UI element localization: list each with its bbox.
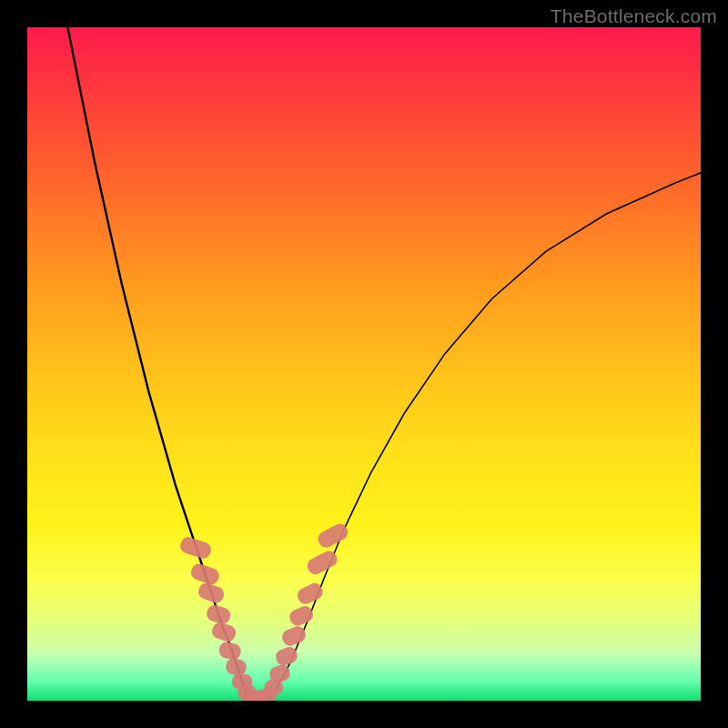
- chart-svg: [27, 27, 701, 701]
- bead-marker: [189, 561, 221, 586]
- chart-frame: TheBottleneck.com: [0, 0, 728, 728]
- curve-v-curve-right: [269, 173, 701, 698]
- bead-marker: [210, 621, 238, 643]
- watermark-text: TheBottleneck.com: [551, 5, 717, 27]
- bead-marker: [280, 624, 308, 648]
- chart-beads: [178, 521, 350, 701]
- chart-curves: [67, 27, 701, 701]
- chart-plot-area: [27, 27, 701, 701]
- bead-marker: [217, 641, 242, 662]
- bead-marker: [295, 581, 325, 606]
- bead-marker: [205, 603, 232, 626]
- bead-marker: [178, 535, 213, 560]
- bead-marker: [197, 581, 226, 604]
- bead-marker: [288, 603, 316, 628]
